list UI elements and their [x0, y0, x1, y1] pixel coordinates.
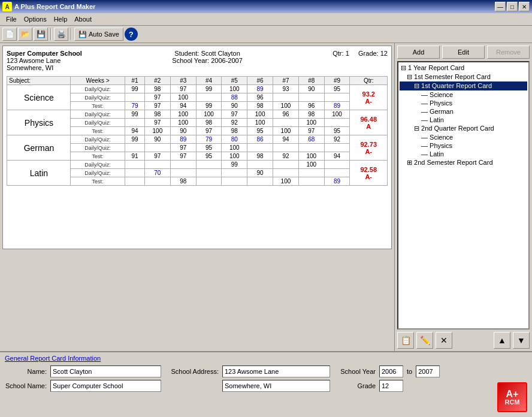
row-label: Daily/Quiz: [70, 85, 125, 93]
menu-help[interactable]: Help [50, 14, 71, 24]
tree-node[interactable]: ⊟ 1 Year Report Card [400, 64, 527, 72]
year-from-input[interactable] [379, 365, 403, 377]
score-cell: 96 [273, 110, 299, 119]
year-to-input[interactable] [416, 365, 440, 377]
print-button[interactable]: 🖨️ [54, 28, 68, 41]
score-cell: 98 [144, 85, 170, 93]
auto-save-button[interactable]: 💾 Auto Save [74, 28, 123, 41]
move-up-button[interactable]: ▲ [494, 332, 510, 349]
score-cell [298, 93, 324, 102]
row-label: Daily/Quiz: [70, 144, 125, 152]
close-button[interactable]: ✕ [519, 2, 530, 11]
subject-name: Science [7, 85, 71, 110]
app-logo: A+ RCM [497, 382, 527, 412]
school-name-input[interactable] [50, 380, 161, 392]
score-cell: 98 [170, 177, 196, 186]
score-cell: 97 [222, 110, 247, 119]
window-controls: — □ ✕ [495, 2, 530, 11]
col-7: #7 [273, 77, 299, 85]
row-label: Daily/Quiz: [70, 110, 125, 119]
row-label: Test: [70, 102, 125, 110]
maximize-button[interactable]: □ [507, 2, 518, 11]
score-cell: 95 [196, 144, 222, 152]
menu-about[interactable]: About [71, 14, 95, 24]
copy-icon-button[interactable]: 📋 [397, 332, 414, 349]
col-qtr: Qtr: [350, 77, 388, 85]
quarter-grade: 92.58A- [350, 161, 388, 186]
tree-node[interactable]: — Science [400, 133, 527, 141]
logo-text: A+ RCM [504, 389, 519, 406]
subject-name: Latin [7, 161, 71, 186]
quarter-grade: 92.73A- [350, 135, 388, 161]
tree-node[interactable]: — German [400, 107, 527, 116]
score-cell: 99 [125, 110, 145, 119]
score-cell: 98 [222, 127, 247, 135]
new-button[interactable]: 📄 [2, 28, 17, 41]
score-cell [298, 144, 324, 152]
score-cell [324, 169, 350, 177]
report-card-tree[interactable]: ⊟ 1 Year Report Card⊟ 1st Semester Repor… [397, 61, 530, 330]
grade-label: Grade: [358, 50, 379, 57]
score-cell: 97 [144, 152, 170, 161]
row-label: Daily/Quiz: [70, 93, 125, 102]
score-cell: 79 [196, 135, 222, 144]
menu-options[interactable]: Options [20, 14, 50, 24]
menu-bar: File Options Help About [0, 13, 532, 26]
school-name-label: School Name: [5, 382, 47, 389]
tree-node[interactable]: ⊞ 2nd Semester Report Card [400, 158, 527, 167]
score-cell: 94 [324, 152, 350, 161]
open-button[interactable]: 📂 [18, 28, 32, 41]
save-button[interactable]: 💾 [34, 28, 48, 41]
remove-button[interactable]: Remove [487, 46, 530, 59]
score-cell: 89 [324, 177, 350, 186]
grade-input[interactable] [379, 380, 403, 392]
tree-node[interactable]: ⊟ 1st Quarter Report Card [400, 81, 527, 90]
toolbar-separator [50, 28, 52, 40]
move-down-button[interactable]: ▼ [513, 332, 530, 349]
tree-node[interactable]: ⊟ 2nd Quarter Report Card [400, 124, 527, 133]
score-cell: 98 [144, 110, 170, 119]
school-address-input[interactable] [222, 365, 330, 377]
score-cell: 70 [144, 169, 170, 177]
score-cell: 95 [247, 127, 273, 135]
score-cell [298, 169, 324, 177]
tree-node[interactable]: — Physics [400, 141, 527, 150]
score-cell [247, 177, 273, 186]
score-cell [125, 144, 145, 152]
toolbar-separator2 [71, 28, 72, 40]
score-cell: 94 [125, 127, 145, 135]
minimize-button[interactable]: — [495, 2, 506, 11]
edit-icon-button[interactable]: ✏️ [416, 332, 433, 349]
edit-button[interactable]: Edit [442, 46, 485, 59]
school-city-input[interactable] [222, 380, 330, 392]
score-cell: 90 [144, 135, 170, 144]
score-cell: 98 [247, 152, 273, 161]
delete-icon-button[interactable]: ✕ [436, 332, 452, 349]
tree-node[interactable]: — Science [400, 90, 527, 99]
score-cell: 100 [222, 144, 247, 152]
score-cell [273, 169, 299, 177]
tree-node[interactable]: ⊟ 1st Semester Report Card [400, 72, 527, 81]
score-cell: 92 [324, 135, 350, 144]
menu-file[interactable]: File [2, 14, 20, 24]
tree-node[interactable]: — Physics [400, 99, 527, 107]
score-cell: 95 [324, 127, 350, 135]
score-cell: 100 [170, 119, 196, 127]
score-cell [144, 144, 170, 152]
col-weeks: Weeks > [70, 77, 125, 85]
tree-node[interactable]: — Latin [400, 116, 527, 124]
score-cell: 99 [222, 161, 247, 169]
add-button[interactable]: Add [397, 46, 440, 59]
name-input[interactable] [50, 365, 161, 377]
help-button[interactable]: ? [125, 28, 138, 41]
section-title-link[interactable]: General Report Card Information [5, 355, 527, 362]
score-cell [196, 177, 222, 186]
score-cell: 100 [196, 110, 222, 119]
score-cell: 97 [170, 144, 196, 152]
score-cell [144, 161, 170, 169]
score-cell [125, 93, 145, 102]
score-cell [222, 177, 247, 186]
score-cell: 97 [144, 102, 170, 110]
quarter-grade: 96.48A [350, 110, 388, 135]
tree-node[interactable]: — Latin [400, 150, 527, 158]
